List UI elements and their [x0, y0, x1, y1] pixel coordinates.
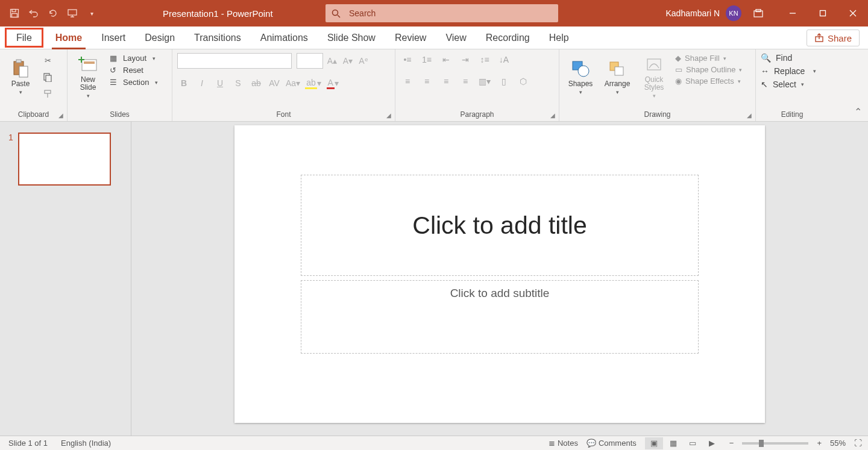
italic-button[interactable]: I	[195, 76, 209, 90]
columns-icon[interactable]: ▥▾	[477, 75, 492, 88]
quick-styles-button[interactable]: Quick Styles▾	[638, 53, 670, 101]
zoom-slider-thumb[interactable]	[759, 440, 764, 447]
tab-insert[interactable]: Insert	[92, 27, 135, 49]
title-placeholder[interactable]: Click to add title	[301, 175, 699, 276]
group-clipboard: Paste ▾ ✂ Clipboard ◢	[0, 49, 68, 121]
align-right-icon[interactable]: ≡	[439, 75, 453, 88]
clear-formatting-icon[interactable]: Aᵉ	[357, 54, 370, 68]
numbering-icon[interactable]: 1≡	[420, 53, 434, 66]
smartart-icon[interactable]: ⬡	[516, 75, 530, 88]
cut-icon[interactable]: ✂	[40, 53, 55, 67]
font-dialog-launcher[interactable]: ◢	[385, 111, 392, 119]
maximize-button[interactable]	[808, 0, 838, 27]
thumbnail-slide-1[interactable]: 1	[8, 133, 122, 186]
tab-recording[interactable]: Recording	[476, 27, 539, 49]
find-button[interactable]: 🔍Find	[761, 53, 816, 63]
reset-label: Reset	[123, 66, 143, 75]
section-button[interactable]: ☰Section▾	[107, 77, 160, 87]
slideshow-view-icon[interactable]: ▶	[703, 437, 721, 449]
search-box[interactable]: Search	[326, 4, 558, 22]
strikethrough-button[interactable]: ab	[250, 76, 263, 90]
redo-icon[interactable]	[45, 5, 61, 22]
notes-button[interactable]: ≣Notes	[549, 439, 578, 448]
user-account[interactable]: Kadhambari N KN	[666, 5, 742, 21]
normal-view-icon[interactable]: ▣	[645, 437, 663, 449]
new-slide-button[interactable]: New Slide ▾	[72, 53, 104, 101]
reading-view-icon[interactable]: ▭	[684, 437, 702, 449]
change-case-icon[interactable]: Aa▾	[286, 76, 300, 90]
ribbon-display-options-icon[interactable]	[745, 0, 772, 27]
collapse-ribbon-icon[interactable]: ⌃	[854, 106, 862, 117]
align-center-icon[interactable]: ≡	[420, 75, 434, 88]
zoom-slider[interactable]	[742, 442, 808, 445]
find-label: Find	[776, 53, 792, 63]
tab-file[interactable]: File	[5, 28, 43, 48]
copy-icon[interactable]	[40, 70, 55, 84]
highlight-color-icon[interactable]: ab▾	[305, 76, 321, 90]
zoom-out-icon[interactable]: −	[729, 439, 734, 448]
bullets-icon[interactable]: •≡	[400, 53, 415, 66]
slide-sorter-view-icon[interactable]: ▦	[664, 437, 682, 449]
slide-counter[interactable]: Slide 1 of 1	[8, 439, 48, 448]
line-spacing-icon[interactable]: ↕≡	[477, 53, 492, 66]
paste-button[interactable]: Paste ▾	[5, 53, 36, 101]
char-spacing-icon[interactable]: AV	[268, 76, 281, 90]
increase-indent-icon[interactable]: ⇥	[458, 53, 473, 66]
bold-button[interactable]: B	[177, 76, 190, 90]
underline-button[interactable]: U	[213, 76, 227, 90]
tab-view[interactable]: View	[436, 27, 476, 49]
decrease-font-icon[interactable]: A▾	[341, 54, 354, 68]
fit-to-window-icon[interactable]: ⛶	[854, 439, 862, 448]
shape-effects-button[interactable]: ◉Shape Effects▾	[674, 76, 743, 86]
tab-animations[interactable]: Animations	[251, 27, 318, 49]
tab-slideshow[interactable]: Slide Show	[318, 27, 385, 49]
clipboard-dialog-launcher[interactable]: ◢	[57, 111, 64, 119]
svg-rect-14	[19, 66, 28, 77]
share-button[interactable]: Share	[807, 30, 860, 46]
drawing-dialog-launcher[interactable]: ◢	[746, 111, 753, 119]
tab-transitions[interactable]: Transitions	[184, 27, 251, 49]
font-size-select[interactable]	[297, 53, 323, 69]
tab-review[interactable]: Review	[385, 27, 436, 49]
tab-home[interactable]: Home	[46, 27, 92, 49]
shape-fill-button[interactable]: ◆Shape Fill▾	[674, 53, 743, 63]
subtitle-placeholder[interactable]: Click to add subtitle	[301, 280, 699, 354]
qat-dropdown-icon[interactable]: ▾	[83, 5, 100, 22]
tab-help[interactable]: Help	[539, 27, 579, 49]
increase-font-icon[interactable]: A▴	[326, 54, 339, 68]
justify-icon[interactable]: ≡	[458, 75, 473, 88]
group-editing: 🔍Find ↔Replace▾ ↖Select▾ Editing	[756, 49, 828, 121]
comments-button[interactable]: 💬Comments	[587, 439, 637, 448]
zoom-percentage[interactable]: 55%	[830, 439, 846, 448]
tab-design[interactable]: Design	[135, 27, 184, 49]
close-button[interactable]	[838, 0, 868, 27]
align-text-icon[interactable]: ▯	[497, 75, 511, 88]
format-painter-icon[interactable]	[40, 87, 55, 101]
text-direction-icon[interactable]: ↓A	[497, 53, 511, 66]
zoom-in-icon[interactable]: +	[817, 439, 822, 448]
chevron-down-icon: ▾	[87, 93, 90, 99]
shape-outline-button[interactable]: ▭Shape Outline▾	[674, 64, 743, 75]
layout-label: Layout	[123, 54, 146, 63]
title-bar: ▾ Presentation1 - PowerPoint Search Kadh…	[0, 0, 868, 27]
shadow-button[interactable]: S	[231, 76, 245, 90]
minimize-button[interactable]	[778, 0, 808, 27]
save-icon[interactable]	[6, 5, 23, 22]
select-label: Select	[773, 80, 796, 89]
decrease-indent-icon[interactable]: ⇤	[439, 53, 453, 66]
select-button[interactable]: ↖Select▾	[761, 80, 816, 89]
reset-button[interactable]: ↺Reset	[107, 65, 160, 75]
layout-button[interactable]: ▦Layout▾	[107, 53, 160, 63]
arrange-button[interactable]: Arrange▾	[600, 53, 634, 101]
language-indicator[interactable]: English (India)	[61, 439, 111, 448]
font-color-icon[interactable]: A▾	[326, 76, 339, 90]
undo-icon[interactable]	[25, 5, 42, 22]
paragraph-dialog-launcher[interactable]: ◢	[549, 111, 556, 119]
replace-button[interactable]: ↔Replace▾	[761, 66, 816, 76]
font-family-select[interactable]	[177, 53, 292, 69]
slide[interactable]: Click to add title Click to add subtitle	[234, 125, 765, 423]
align-left-icon[interactable]: ≡	[400, 75, 415, 88]
slideshow-from-start-icon[interactable]	[64, 5, 81, 22]
comments-label: Comments	[599, 439, 637, 448]
shapes-button[interactable]: Shapes▾	[564, 53, 597, 101]
